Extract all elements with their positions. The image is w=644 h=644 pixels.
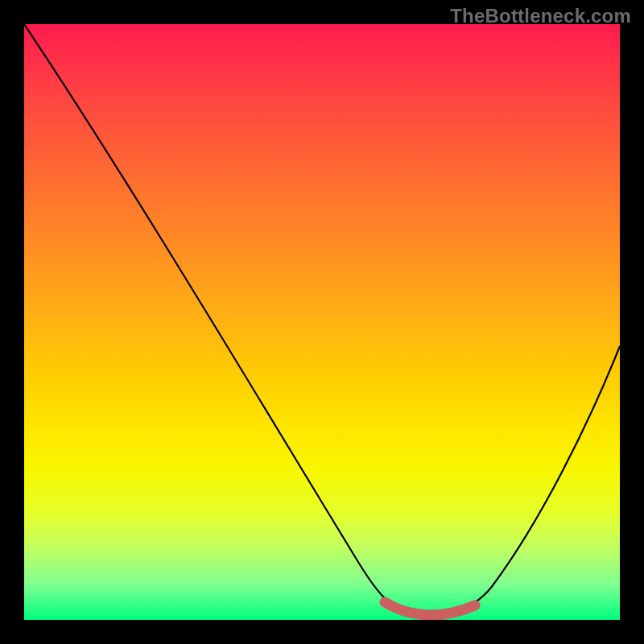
optimal-zone-marker bbox=[385, 602, 475, 615]
chart-svg bbox=[24, 24, 620, 620]
bottleneck-curve bbox=[24, 24, 620, 614]
chart-frame: TheBottleneck.com bbox=[0, 0, 644, 644]
watermark-text: TheBottleneck.com bbox=[450, 5, 631, 27]
chart-plot-area bbox=[24, 24, 620, 620]
